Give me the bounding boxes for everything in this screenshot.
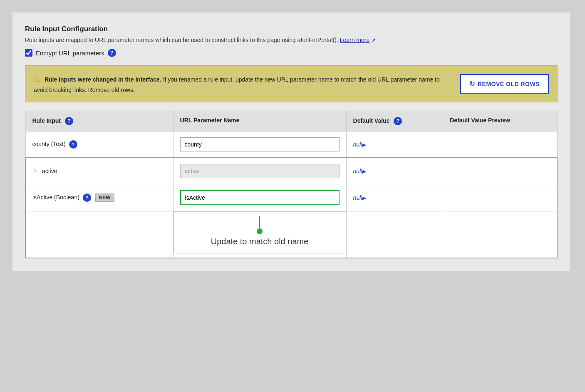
table-row: isActive (Boolean) ? NEW null▶ — [25, 184, 557, 211]
rule-input-county-text: county (Text) — [32, 141, 66, 147]
isactive-text: isActive (Boolean) — [32, 194, 79, 201]
default-value-null-county[interactable]: null▶ — [353, 141, 366, 148]
tooltip-cell: Update to match old name — [173, 211, 346, 258]
null-arrow-icon: ▶ — [362, 142, 366, 148]
learn-more-link[interactable]: Learn more — [340, 37, 370, 43]
external-link-icon: ↗ — [371, 37, 376, 43]
url-param-isactive-input[interactable] — [180, 190, 340, 205]
warning-bold-text: Rule inputs were changed in the interfac… — [45, 76, 161, 83]
encrypt-checkbox[interactable] — [25, 49, 32, 57]
warning-text: ⚠ Rule inputs were changed in the interf… — [34, 73, 452, 94]
col-default-value-label: Default Value — [353, 117, 390, 124]
section-title: Rule Input Configuration — [25, 25, 558, 33]
default-value-preview-isactive — [443, 184, 557, 211]
default-value-cell-active: null▶ — [346, 158, 443, 184]
default-value-cell-isactive: null▶ — [346, 184, 443, 211]
default-value-null-isactive[interactable]: null▶ — [353, 194, 366, 201]
tooltip-dot — [257, 228, 263, 234]
col-default-value: Default Value ? — [346, 111, 443, 131]
county-help-icon[interactable]: ? — [69, 140, 77, 149]
tooltip-cell-empty2 — [346, 211, 443, 258]
active-warning-icon: ⚠ — [32, 167, 38, 174]
tooltip-arrow-line — [259, 216, 260, 228]
rule-input-cell-county: county (Text) ? — [25, 131, 173, 158]
tooltip-cell-empty — [25, 211, 173, 258]
encrypt-help-icon[interactable]: ? — [108, 49, 116, 57]
remove-old-rows-button[interactable]: ↻ REMOVE OLD ROWS — [460, 74, 549, 94]
default-value-null-active[interactable]: null▶ — [353, 168, 366, 174]
url-param-cell-isactive — [173, 184, 346, 211]
table-row: county (Text) ? null▶ — [25, 131, 557, 158]
col-default-value-preview: Default Value Preview — [443, 111, 557, 131]
remove-rows-label: REMOVE OLD ROWS — [478, 81, 540, 87]
warning-banner: ⚠ Rule inputs were changed in the interf… — [25, 65, 558, 102]
default-value-preview-county — [443, 131, 557, 158]
url-param-cell-active — [173, 158, 346, 184]
rule-input-help-icon[interactable]: ? — [65, 117, 73, 125]
null-arrow-isactive-icon: ▶ — [362, 195, 366, 201]
col-url-param-name: URL Parameter Name — [173, 111, 346, 131]
col-rule-input-label: Rule Input — [32, 117, 61, 124]
isactive-help-icon[interactable]: ? — [83, 194, 91, 202]
description-text: Rule inputs are mapped to URL parameter … — [25, 37, 338, 43]
encrypt-checkbox-row: Encrypt URL parameters ? — [25, 49, 558, 57]
url-param-cell-county — [173, 131, 346, 158]
url-param-county-input[interactable] — [180, 137, 340, 151]
table-row: ⚠ active null▶ — [25, 158, 557, 184]
default-value-help-icon[interactable]: ? — [394, 117, 402, 125]
rule-input-table: Rule Input ? URL Parameter Name Default … — [25, 111, 558, 258]
default-value-cell-county: null▶ — [346, 131, 443, 158]
active-text: active — [42, 168, 57, 174]
tooltip-container: Update to match old name — [174, 211, 346, 253]
new-badge: NEW — [95, 194, 114, 202]
rule-input-cell-isactive: isActive (Boolean) ? NEW — [25, 184, 173, 211]
default-value-preview-active — [443, 158, 557, 184]
tooltip-text: Update to match old name — [181, 237, 339, 246]
refresh-icon: ↻ — [469, 80, 475, 88]
main-container: Rule Input Configuration Rule inputs are… — [12, 12, 570, 271]
warning-triangle-icon: ⚠ — [34, 75, 40, 83]
col-rule-input: Rule Input ? — [25, 111, 173, 131]
tooltip-row: Update to match old name — [25, 211, 557, 258]
section-description: Rule inputs are mapped to URL parameter … — [25, 36, 558, 45]
url-param-active-input[interactable] — [180, 164, 340, 178]
tooltip-cell-empty3 — [443, 211, 557, 258]
null-arrow-active-icon: ▶ — [362, 169, 366, 174]
table-header-row: Rule Input ? URL Parameter Name Default … — [25, 111, 557, 131]
rule-input-cell-active: ⚠ active — [25, 158, 173, 184]
encrypt-label: Encrypt URL parameters — [36, 50, 104, 57]
